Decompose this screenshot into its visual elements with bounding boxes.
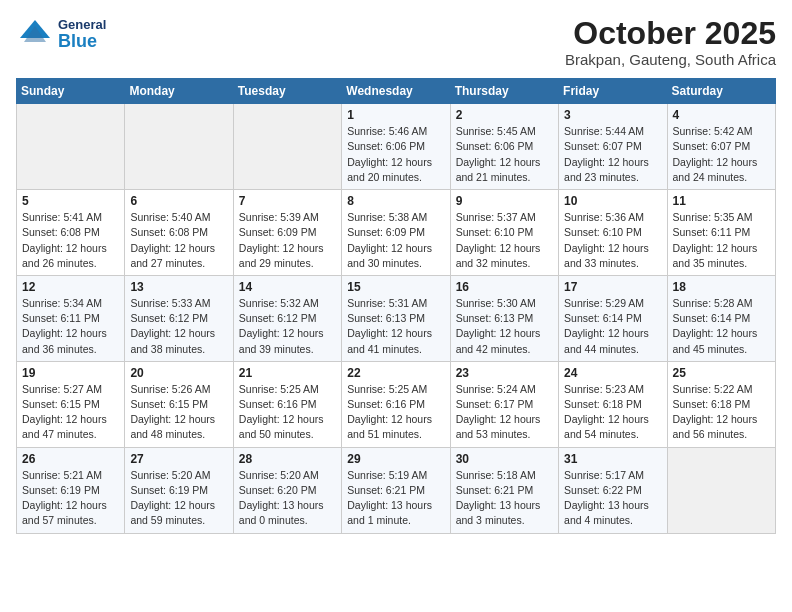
day-number: 11 bbox=[673, 194, 770, 208]
calendar-cell: 13Sunrise: 5:33 AM Sunset: 6:12 PM Dayli… bbox=[125, 275, 233, 361]
calendar-cell: 25Sunrise: 5:22 AM Sunset: 6:18 PM Dayli… bbox=[667, 361, 775, 447]
day-info: Sunrise: 5:38 AM Sunset: 6:09 PM Dayligh… bbox=[347, 210, 444, 271]
day-info: Sunrise: 5:24 AM Sunset: 6:17 PM Dayligh… bbox=[456, 382, 553, 443]
calendar-table: SundayMondayTuesdayWednesdayThursdayFrid… bbox=[16, 78, 776, 533]
calendar-cell: 23Sunrise: 5:24 AM Sunset: 6:17 PM Dayli… bbox=[450, 361, 558, 447]
day-info: Sunrise: 5:27 AM Sunset: 6:15 PM Dayligh… bbox=[22, 382, 119, 443]
calendar-week-row: 26Sunrise: 5:21 AM Sunset: 6:19 PM Dayli… bbox=[17, 447, 776, 533]
calendar-cell: 28Sunrise: 5:20 AM Sunset: 6:20 PM Dayli… bbox=[233, 447, 341, 533]
day-number: 26 bbox=[22, 452, 119, 466]
weekday-header: Friday bbox=[559, 79, 667, 104]
day-number: 7 bbox=[239, 194, 336, 208]
day-number: 24 bbox=[564, 366, 661, 380]
weekday-header: Tuesday bbox=[233, 79, 341, 104]
calendar-cell bbox=[233, 104, 341, 190]
calendar-week-row: 19Sunrise: 5:27 AM Sunset: 6:15 PM Dayli… bbox=[17, 361, 776, 447]
day-info: Sunrise: 5:37 AM Sunset: 6:10 PM Dayligh… bbox=[456, 210, 553, 271]
calendar-cell: 21Sunrise: 5:25 AM Sunset: 6:16 PM Dayli… bbox=[233, 361, 341, 447]
day-number: 29 bbox=[347, 452, 444, 466]
calendar-cell: 18Sunrise: 5:28 AM Sunset: 6:14 PM Dayli… bbox=[667, 275, 775, 361]
day-info: Sunrise: 5:29 AM Sunset: 6:14 PM Dayligh… bbox=[564, 296, 661, 357]
calendar-cell bbox=[125, 104, 233, 190]
day-info: Sunrise: 5:32 AM Sunset: 6:12 PM Dayligh… bbox=[239, 296, 336, 357]
calendar-cell: 22Sunrise: 5:25 AM Sunset: 6:16 PM Dayli… bbox=[342, 361, 450, 447]
calendar-cell: 11Sunrise: 5:35 AM Sunset: 6:11 PM Dayli… bbox=[667, 190, 775, 276]
weekday-header: Thursday bbox=[450, 79, 558, 104]
day-info: Sunrise: 5:45 AM Sunset: 6:06 PM Dayligh… bbox=[456, 124, 553, 185]
location-title: Brakpan, Gauteng, South Africa bbox=[565, 51, 776, 68]
day-number: 5 bbox=[22, 194, 119, 208]
day-info: Sunrise: 5:31 AM Sunset: 6:13 PM Dayligh… bbox=[347, 296, 444, 357]
logo-general-text: General bbox=[58, 18, 106, 32]
calendar-cell: 7Sunrise: 5:39 AM Sunset: 6:09 PM Daylig… bbox=[233, 190, 341, 276]
calendar-cell: 12Sunrise: 5:34 AM Sunset: 6:11 PM Dayli… bbox=[17, 275, 125, 361]
day-number: 20 bbox=[130, 366, 227, 380]
day-number: 13 bbox=[130, 280, 227, 294]
day-number: 22 bbox=[347, 366, 444, 380]
calendar-cell bbox=[17, 104, 125, 190]
day-info: Sunrise: 5:19 AM Sunset: 6:21 PM Dayligh… bbox=[347, 468, 444, 529]
day-number: 2 bbox=[456, 108, 553, 122]
day-number: 19 bbox=[22, 366, 119, 380]
calendar-cell: 31Sunrise: 5:17 AM Sunset: 6:22 PM Dayli… bbox=[559, 447, 667, 533]
calendar-cell: 1Sunrise: 5:46 AM Sunset: 6:06 PM Daylig… bbox=[342, 104, 450, 190]
calendar-cell bbox=[667, 447, 775, 533]
calendar-cell: 19Sunrise: 5:27 AM Sunset: 6:15 PM Dayli… bbox=[17, 361, 125, 447]
logo-blue-text: Blue bbox=[58, 32, 106, 52]
calendar-header-row: SundayMondayTuesdayWednesdayThursdayFrid… bbox=[17, 79, 776, 104]
calendar-week-row: 5Sunrise: 5:41 AM Sunset: 6:08 PM Daylig… bbox=[17, 190, 776, 276]
day-number: 18 bbox=[673, 280, 770, 294]
day-info: Sunrise: 5:46 AM Sunset: 6:06 PM Dayligh… bbox=[347, 124, 444, 185]
day-number: 8 bbox=[347, 194, 444, 208]
day-number: 9 bbox=[456, 194, 553, 208]
calendar-cell: 26Sunrise: 5:21 AM Sunset: 6:19 PM Dayli… bbox=[17, 447, 125, 533]
calendar-cell: 10Sunrise: 5:36 AM Sunset: 6:10 PM Dayli… bbox=[559, 190, 667, 276]
day-info: Sunrise: 5:34 AM Sunset: 6:11 PM Dayligh… bbox=[22, 296, 119, 357]
day-info: Sunrise: 5:25 AM Sunset: 6:16 PM Dayligh… bbox=[347, 382, 444, 443]
weekday-header: Sunday bbox=[17, 79, 125, 104]
day-info: Sunrise: 5:30 AM Sunset: 6:13 PM Dayligh… bbox=[456, 296, 553, 357]
day-info: Sunrise: 5:33 AM Sunset: 6:12 PM Dayligh… bbox=[130, 296, 227, 357]
day-number: 10 bbox=[564, 194, 661, 208]
day-info: Sunrise: 5:28 AM Sunset: 6:14 PM Dayligh… bbox=[673, 296, 770, 357]
logo-text: General Blue bbox=[58, 18, 106, 52]
weekday-header: Monday bbox=[125, 79, 233, 104]
day-info: Sunrise: 5:20 AM Sunset: 6:20 PM Dayligh… bbox=[239, 468, 336, 529]
calendar-cell: 20Sunrise: 5:26 AM Sunset: 6:15 PM Dayli… bbox=[125, 361, 233, 447]
weekday-header: Wednesday bbox=[342, 79, 450, 104]
calendar-cell: 30Sunrise: 5:18 AM Sunset: 6:21 PM Dayli… bbox=[450, 447, 558, 533]
day-number: 28 bbox=[239, 452, 336, 466]
calendar-cell: 6Sunrise: 5:40 AM Sunset: 6:08 PM Daylig… bbox=[125, 190, 233, 276]
calendar-cell: 15Sunrise: 5:31 AM Sunset: 6:13 PM Dayli… bbox=[342, 275, 450, 361]
calendar-week-row: 1Sunrise: 5:46 AM Sunset: 6:06 PM Daylig… bbox=[17, 104, 776, 190]
day-number: 4 bbox=[673, 108, 770, 122]
calendar-cell: 17Sunrise: 5:29 AM Sunset: 6:14 PM Dayli… bbox=[559, 275, 667, 361]
day-info: Sunrise: 5:41 AM Sunset: 6:08 PM Dayligh… bbox=[22, 210, 119, 271]
day-info: Sunrise: 5:35 AM Sunset: 6:11 PM Dayligh… bbox=[673, 210, 770, 271]
day-number: 30 bbox=[456, 452, 553, 466]
day-info: Sunrise: 5:44 AM Sunset: 6:07 PM Dayligh… bbox=[564, 124, 661, 185]
day-info: Sunrise: 5:20 AM Sunset: 6:19 PM Dayligh… bbox=[130, 468, 227, 529]
day-number: 27 bbox=[130, 452, 227, 466]
day-number: 25 bbox=[673, 366, 770, 380]
day-number: 3 bbox=[564, 108, 661, 122]
day-number: 17 bbox=[564, 280, 661, 294]
calendar-cell: 27Sunrise: 5:20 AM Sunset: 6:19 PM Dayli… bbox=[125, 447, 233, 533]
day-number: 21 bbox=[239, 366, 336, 380]
day-info: Sunrise: 5:23 AM Sunset: 6:18 PM Dayligh… bbox=[564, 382, 661, 443]
day-info: Sunrise: 5:21 AM Sunset: 6:19 PM Dayligh… bbox=[22, 468, 119, 529]
calendar-cell: 24Sunrise: 5:23 AM Sunset: 6:18 PM Dayli… bbox=[559, 361, 667, 447]
day-info: Sunrise: 5:26 AM Sunset: 6:15 PM Dayligh… bbox=[130, 382, 227, 443]
day-info: Sunrise: 5:36 AM Sunset: 6:10 PM Dayligh… bbox=[564, 210, 661, 271]
weekday-header: Saturday bbox=[667, 79, 775, 104]
day-info: Sunrise: 5:18 AM Sunset: 6:21 PM Dayligh… bbox=[456, 468, 553, 529]
day-info: Sunrise: 5:22 AM Sunset: 6:18 PM Dayligh… bbox=[673, 382, 770, 443]
day-number: 23 bbox=[456, 366, 553, 380]
calendar-cell: 16Sunrise: 5:30 AM Sunset: 6:13 PM Dayli… bbox=[450, 275, 558, 361]
day-number: 31 bbox=[564, 452, 661, 466]
day-info: Sunrise: 5:17 AM Sunset: 6:22 PM Dayligh… bbox=[564, 468, 661, 529]
day-info: Sunrise: 5:25 AM Sunset: 6:16 PM Dayligh… bbox=[239, 382, 336, 443]
day-info: Sunrise: 5:40 AM Sunset: 6:08 PM Dayligh… bbox=[130, 210, 227, 271]
calendar-cell: 9Sunrise: 5:37 AM Sunset: 6:10 PM Daylig… bbox=[450, 190, 558, 276]
calendar-cell: 8Sunrise: 5:38 AM Sunset: 6:09 PM Daylig… bbox=[342, 190, 450, 276]
